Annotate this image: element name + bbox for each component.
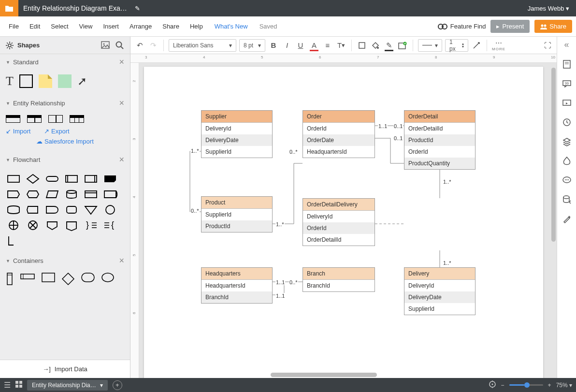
close-icon[interactable]: × <box>119 57 124 67</box>
comments-icon[interactable]: 99 <box>562 79 572 88</box>
flowchart-panel-header[interactable]: ▼Flowchart× <box>0 152 130 168</box>
present-button[interactable]: ▸ Present <box>490 20 530 33</box>
container-5[interactable] <box>81 273 95 282</box>
flowchart-shape-3[interactable] <box>64 174 79 184</box>
container-3[interactable] <box>42 273 55 282</box>
document-icon[interactable] <box>0 0 18 16</box>
canvas[interactable]: 23456 SupplierDeliveryIdDeliveryDateSupp… <box>130 63 557 378</box>
rename-icon[interactable]: ✎ <box>135 5 140 12</box>
container-1[interactable] <box>6 273 14 285</box>
menu-edit[interactable]: Edit <box>25 20 45 33</box>
container-2[interactable] <box>20 273 35 280</box>
text-format-icon[interactable]: T▾ <box>336 40 346 51</box>
entity-order[interactable]: OrderOrderIdOrderDateHeadquartersId <box>302 110 375 158</box>
italic-icon[interactable]: I <box>282 40 292 51</box>
flowchart-shape-7[interactable] <box>25 189 41 200</box>
flowchart-shape-12[interactable] <box>6 204 21 215</box>
flowchart-shape-14[interactable] <box>44 204 60 215</box>
entity-hq[interactable]: HeadquartersHeadquartersIdBranchId <box>201 267 273 304</box>
whats-new-link[interactable]: What's New <box>210 20 253 33</box>
flowchart-shape-2[interactable] <box>44 174 60 184</box>
share-button[interactable]: Share <box>534 20 572 33</box>
zoom-out-button[interactable]: − <box>501 382 504 389</box>
menu-share[interactable]: Share <box>158 20 184 33</box>
layers-icon[interactable] <box>562 137 572 146</box>
crop-icon[interactable] <box>357 40 367 51</box>
entity-branch[interactable]: BranchBranchId <box>302 267 375 292</box>
search-icon[interactable] <box>115 41 124 50</box>
menu-view[interactable]: View <box>74 20 98 33</box>
zoom-slider[interactable] <box>509 384 543 386</box>
bold-icon[interactable]: B <box>268 40 279 51</box>
flowchart-shape-23[interactable]: { <box>102 220 118 231</box>
entity-odd[interactable]: OrderDetailDeliveryDeliveryIdOrderIdOrde… <box>302 198 375 246</box>
document-title[interactable]: Entity Relationship Diagram Exa… <box>18 4 132 12</box>
line-weight-select[interactable]: 1 px▴▾ <box>445 39 468 52</box>
grid-icon[interactable] <box>15 381 22 389</box>
flowchart-shape-24[interactable] <box>6 235 21 246</box>
flowchart-shape-1[interactable] <box>25 174 41 184</box>
arrow-shape[interactable]: ➚ <box>77 74 87 88</box>
flowchart-shape-10[interactable] <box>83 189 99 200</box>
image-icon[interactable] <box>101 41 110 49</box>
data-icon[interactable] <box>562 195 572 204</box>
line-style-select[interactable]: ▾ <box>418 39 442 52</box>
notes-icon[interactable] <box>562 59 572 69</box>
flowchart-shape-17[interactable] <box>102 204 118 215</box>
flowchart-shape-22[interactable]: } <box>83 220 99 231</box>
er-icon-4[interactable] <box>70 115 84 123</box>
gear-icon[interactable] <box>6 42 14 49</box>
collapse-rail-icon[interactable]: « <box>564 40 569 50</box>
line-color-icon[interactable]: ✎ <box>384 40 394 51</box>
import-link[interactable]: ↙ Import <box>6 128 30 135</box>
font-select[interactable]: Liberation Sans▾ <box>169 39 236 52</box>
flowchart-shape-0[interactable] <box>6 174 21 184</box>
text-shape[interactable]: T <box>6 74 14 88</box>
shape-options-icon[interactable] <box>397 40 408 51</box>
flowchart-shape-21[interactable] <box>64 220 79 231</box>
containers-panel-header[interactable]: ▼Containers× <box>0 253 130 269</box>
export-link[interactable]: ↗ Export <box>44 128 69 135</box>
redo-icon[interactable]: ↷ <box>148 40 158 51</box>
flowchart-shape-20[interactable] <box>44 220 60 231</box>
zoom-in-button[interactable]: + <box>548 382 551 389</box>
flowchart-shape-9[interactable] <box>64 189 79 200</box>
flowchart-shape-19[interactable] <box>25 220 41 231</box>
entity-orderdetail[interactable]: OrderDetailOrderDetailIdProductIdOrderId… <box>404 110 475 170</box>
horizontal-scrollbar[interactable] <box>271 373 377 377</box>
outline-icon[interactable]: ☰ <box>4 380 11 390</box>
flowchart-shape-5[interactable] <box>102 174 118 184</box>
menu-help[interactable]: Help <box>185 20 208 33</box>
menu-select[interactable]: Select <box>46 20 73 33</box>
er-panel-header[interactable]: ▼Entity Relationship× <box>0 95 130 111</box>
history-icon[interactable] <box>562 117 572 127</box>
fill-icon[interactable] <box>370 40 381 51</box>
flowchart-shape-4[interactable] <box>83 174 99 184</box>
undo-icon[interactable]: ↶ <box>134 40 145 51</box>
salesforce-import-link[interactable]: ☁ Salesforce Import <box>6 138 124 145</box>
menu-arrange[interactable]: Arrange <box>125 20 157 33</box>
flowchart-shape-15[interactable] <box>64 204 79 215</box>
vertical-scrollbar[interactable] <box>551 68 556 242</box>
zoom-level[interactable]: 75% ▾ <box>556 382 572 389</box>
close-icon[interactable]: × <box>119 256 124 266</box>
magic-icon[interactable] <box>562 214 572 224</box>
font-color-icon[interactable]: A <box>309 40 319 51</box>
entity-delivery[interactable]: DeliveryDeliveryIdDeliveryDateSupplierId <box>404 267 475 315</box>
menu-insert[interactable]: Insert <box>98 20 124 33</box>
flowchart-shape-13[interactable] <box>25 204 41 215</box>
underline-icon[interactable]: U <box>295 40 306 51</box>
flowchart-shape-18[interactable] <box>6 220 21 231</box>
er-icon-1[interactable] <box>6 115 20 123</box>
page[interactable]: SupplierDeliveryIdDeliveryDateSupplierId… <box>144 67 543 378</box>
feature-find[interactable]: Feature Find <box>438 23 486 30</box>
target-icon[interactable] <box>489 380 496 390</box>
entity-product[interactable]: ProductSupplierIdProductId <box>201 196 273 232</box>
flowchart-shape-8[interactable] <box>44 189 60 200</box>
close-icon[interactable]: × <box>119 155 124 165</box>
font-size-select[interactable]: 8 pt▾ <box>239 39 265 52</box>
flowchart-shape-11[interactable] <box>102 189 118 200</box>
container-4[interactable] <box>62 273 74 285</box>
add-page-button[interactable]: + <box>113 380 122 390</box>
block-shape[interactable] <box>58 74 72 88</box>
